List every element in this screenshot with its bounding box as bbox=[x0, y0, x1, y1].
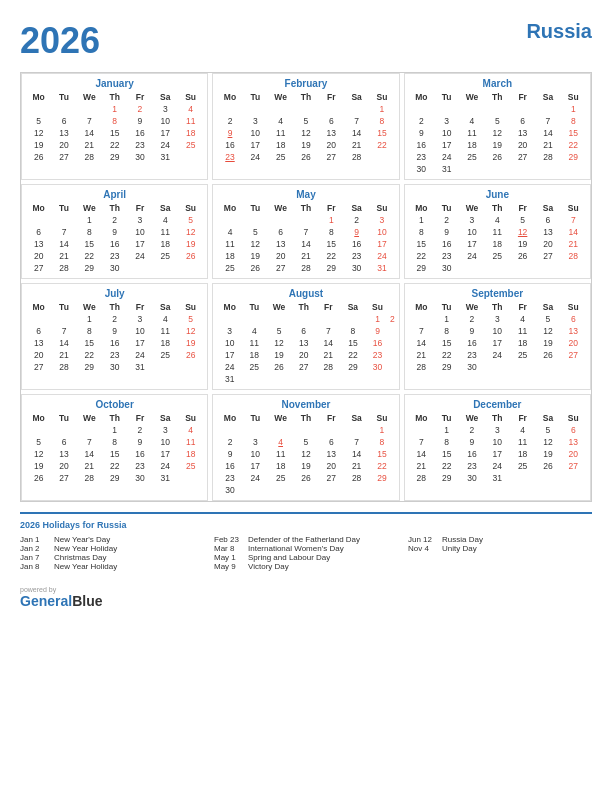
calendar-day: 1 bbox=[365, 313, 390, 325]
calendar-day: 10 bbox=[217, 337, 242, 349]
weekday-header: We bbox=[459, 202, 484, 214]
calendar-day: 27 bbox=[26, 262, 51, 274]
calendar-day: 11 bbox=[510, 436, 535, 448]
calendar-day: 13 bbox=[510, 127, 535, 139]
calendar-day: 10 bbox=[243, 448, 268, 460]
calendar-day: 6 bbox=[268, 226, 293, 238]
calendar-day bbox=[178, 472, 203, 484]
calendar-day: 7 bbox=[535, 115, 560, 127]
calendar-day bbox=[510, 103, 535, 115]
month-block: AprilMoTuWeThFrSaSu123456789101112131415… bbox=[21, 184, 208, 279]
powered-by-text: powered by bbox=[20, 586, 102, 593]
calendar-day bbox=[268, 214, 293, 226]
calendar-day: 17 bbox=[434, 139, 459, 151]
calendar-day: 4 bbox=[510, 424, 535, 436]
calendar-day bbox=[561, 472, 586, 484]
weekday-header: Sa bbox=[153, 301, 178, 313]
calendar-day: 17 bbox=[369, 238, 394, 250]
calendar-day: 20 bbox=[319, 139, 344, 151]
calendar-day: 17 bbox=[153, 448, 178, 460]
calendar-day: 9 bbox=[102, 226, 127, 238]
month-name: January bbox=[26, 78, 203, 89]
calendar-day: 25 bbox=[485, 250, 510, 262]
calendar-day: 9 bbox=[127, 436, 152, 448]
calendar-day: 3 bbox=[459, 214, 484, 226]
calendar-day bbox=[243, 103, 268, 115]
calendar-day: 2 bbox=[217, 115, 242, 127]
calendar-day: 27 bbox=[291, 361, 316, 373]
calendar-day: 5 bbox=[243, 226, 268, 238]
calendar-day: 15 bbox=[77, 337, 102, 349]
calendar-day: 28 bbox=[77, 151, 102, 163]
calendar-day: 29 bbox=[102, 151, 127, 163]
calendar-day: 26 bbox=[293, 472, 318, 484]
weekday-header: Fr bbox=[127, 301, 152, 313]
calendar-day bbox=[319, 103, 344, 115]
calendar-day: 8 bbox=[369, 436, 394, 448]
calendar-day: 4 bbox=[153, 313, 178, 325]
calendar-day: 12 bbox=[535, 325, 560, 337]
holiday-name: New Year's Day bbox=[54, 535, 110, 544]
calendar-day: 12 bbox=[535, 436, 560, 448]
weekday-header: Mo bbox=[217, 301, 242, 313]
calendar-day: 16 bbox=[102, 238, 127, 250]
calendar-day: 13 bbox=[291, 337, 316, 349]
calendar-day: 11 bbox=[459, 127, 484, 139]
weekday-header: Su bbox=[178, 91, 203, 103]
holidays-grid: Jan 1New Year's DayJan 2New Year Holiday… bbox=[20, 535, 592, 571]
holiday-item: Nov 4Unity Day bbox=[408, 544, 592, 553]
calendar-day: 22 bbox=[102, 139, 127, 151]
weekday-header: Mo bbox=[409, 301, 434, 313]
calendar-day: 19 bbox=[293, 139, 318, 151]
calendar-day: 2 bbox=[459, 313, 484, 325]
calendar-day: 1 bbox=[102, 424, 127, 436]
calendar-day: 16 bbox=[365, 337, 390, 349]
calendar-day: 11 bbox=[153, 226, 178, 238]
calendar-day bbox=[434, 103, 459, 115]
weekday-header: Su bbox=[369, 202, 394, 214]
calendar-day: 3 bbox=[369, 214, 394, 226]
calendar-day: 1 bbox=[561, 103, 586, 115]
calendar-day: 18 bbox=[485, 238, 510, 250]
calendar-day: 19 bbox=[535, 448, 560, 460]
calendar-day: 19 bbox=[510, 238, 535, 250]
calendar-day: 11 bbox=[178, 115, 203, 127]
calendar-day: 25 bbox=[178, 460, 203, 472]
weekday-header: Mo bbox=[26, 412, 51, 424]
holiday-date: Jan 8 bbox=[20, 562, 50, 571]
calendar-day: 7 bbox=[316, 325, 341, 337]
calendar-day: 13 bbox=[319, 448, 344, 460]
calendar-day: 22 bbox=[369, 460, 394, 472]
calendar-day: 20 bbox=[268, 250, 293, 262]
holiday-date: Jun 12 bbox=[408, 535, 438, 544]
calendar-day: 28 bbox=[561, 250, 586, 262]
calendar-day: 29 bbox=[434, 361, 459, 373]
weekday-header: Fr bbox=[510, 91, 535, 103]
weekday-header: Fr bbox=[510, 301, 535, 313]
calendar-day bbox=[293, 103, 318, 115]
calendar-day: 21 bbox=[344, 460, 369, 472]
calendar-day bbox=[344, 103, 369, 115]
weekday-header: Th bbox=[485, 301, 510, 313]
weekday-header: Th bbox=[291, 301, 316, 313]
calendar-day: 16 bbox=[409, 139, 434, 151]
weekday-header: Th bbox=[485, 91, 510, 103]
calendar-day: 19 bbox=[178, 337, 203, 349]
calendar-day: 25 bbox=[510, 349, 535, 361]
calendar-day bbox=[535, 361, 560, 373]
calendar-day: 12 bbox=[485, 127, 510, 139]
calendar-day: 15 bbox=[341, 337, 366, 349]
calendar-day: 1 bbox=[409, 214, 434, 226]
calendar-day: 29 bbox=[409, 262, 434, 274]
calendar-day: 17 bbox=[243, 139, 268, 151]
weekday-header: Sa bbox=[344, 202, 369, 214]
weekday-header: Fr bbox=[316, 301, 341, 313]
weekday-header: Sa bbox=[153, 202, 178, 214]
weekday-header: Su bbox=[561, 91, 586, 103]
calendar-day: 21 bbox=[51, 250, 76, 262]
calendar-day: 30 bbox=[365, 361, 390, 373]
calendar-day bbox=[561, 262, 586, 274]
calendar-day: 28 bbox=[409, 472, 434, 484]
calendar-day: 31 bbox=[369, 262, 394, 274]
calendar-day bbox=[291, 373, 316, 385]
